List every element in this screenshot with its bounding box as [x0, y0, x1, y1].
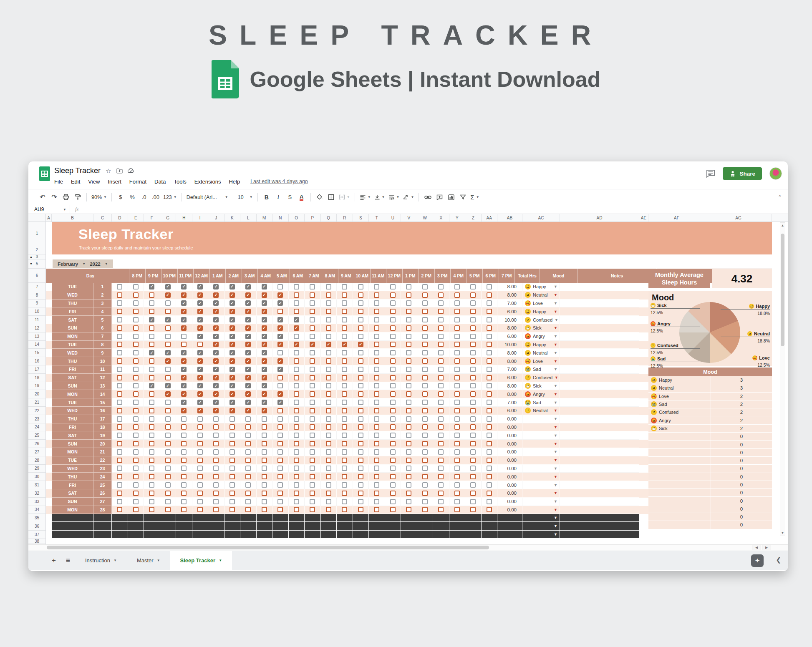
hour-cell-1am[interactable] [192, 349, 209, 357]
hour-cell-8am[interactable] [305, 307, 321, 316]
sleep-checkbox[interactable] [213, 416, 219, 422]
hour-cell-5pm[interactable] [449, 465, 466, 473]
mood-dropdown-cell[interactable]: 🥰Love▼ [522, 357, 560, 365]
column-header-AF[interactable]: AF [648, 214, 705, 222]
hour-cell-5pm[interactable] [449, 415, 466, 423]
sleep-checkbox[interactable] [310, 334, 315, 339]
hour-cell-11pm[interactable] [160, 506, 177, 514]
hour-cell-6pm[interactable] [465, 390, 482, 398]
hour-cell-9am[interactable] [321, 506, 337, 514]
sleep-checkbox[interactable] [374, 400, 379, 405]
mood-dropdown-arrow-icon[interactable]: ▼ [554, 524, 557, 528]
notes-cell[interactable] [560, 431, 639, 440]
column-header-Q[interactable]: Q [321, 214, 337, 222]
hour-cell-8pm[interactable] [112, 473, 128, 481]
hour-cell-2am[interactable] [208, 382, 224, 390]
hour-cell-8pm[interactable] [112, 341, 128, 349]
sleep-checkbox[interactable] [438, 474, 444, 479]
sleep-checkbox[interactable] [487, 433, 492, 438]
sleep-checkbox[interactable] [406, 458, 411, 463]
hour-cell-12pm[interactable] [369, 332, 385, 341]
sleep-checkbox[interactable] [310, 383, 315, 388]
sleep-checkbox-checked[interactable] [197, 358, 203, 364]
sleep-checkbox[interactable] [487, 491, 492, 496]
sleep-checkbox[interactable] [277, 499, 283, 504]
hour-cell-11pm[interactable] [160, 390, 177, 398]
row-header-2[interactable]: 2 [28, 245, 45, 254]
hour-cell-9am[interactable] [321, 307, 337, 316]
hour-cell-10pm[interactable] [144, 357, 160, 365]
row-header-23[interactable]: 23 [28, 415, 45, 423]
sleep-checkbox[interactable] [438, 433, 444, 438]
sleep-checkbox[interactable] [197, 424, 203, 430]
hour-cell-8am[interactable] [305, 349, 321, 357]
notes-cell[interactable] [560, 365, 639, 374]
sleep-checkbox-checked[interactable] [181, 309, 187, 314]
column-header-F[interactable]: F [144, 214, 160, 222]
hour-cell-9am[interactable] [321, 431, 337, 440]
sleep-checkbox[interactable] [165, 325, 171, 331]
hour-cell-11am[interactable] [353, 374, 369, 382]
sleep-checkbox[interactable] [165, 408, 171, 413]
hour-cell-1am[interactable] [192, 456, 209, 465]
sleep-checkbox[interactable] [342, 334, 347, 339]
hour-cell-3am[interactable] [224, 423, 241, 432]
hour-cell-7am[interactable] [289, 398, 305, 407]
sleep-checkbox[interactable] [149, 400, 154, 405]
hour-cell-7am[interactable] [289, 382, 305, 390]
mood-dropdown-cell[interactable]: 😭Sad▼ [522, 398, 560, 407]
hour-cell-2pm[interactable] [401, 473, 417, 481]
hour-cell-4am[interactable] [240, 473, 257, 481]
sleep-checkbox-checked[interactable] [181, 284, 187, 290]
sleep-checkbox[interactable] [358, 408, 363, 413]
sleep-checkbox[interactable] [438, 400, 444, 405]
sleep-checkbox[interactable] [406, 466, 411, 471]
hour-cell-6am[interactable] [272, 456, 289, 465]
hour-cell-1pm[interactable] [385, 456, 401, 465]
sleep-checkbox[interactable] [454, 342, 460, 347]
hour-cell-4pm[interactable] [433, 415, 449, 423]
hour-cell-9am[interactable] [321, 300, 337, 308]
sleep-checkbox[interactable] [117, 482, 122, 488]
italic-button[interactable]: I [273, 192, 284, 203]
sleep-checkbox[interactable] [487, 367, 492, 372]
sleep-checkbox-checked[interactable] [181, 300, 187, 306]
hour-cell-12am[interactable] [176, 431, 192, 440]
sleep-checkbox[interactable] [277, 441, 283, 446]
mood-dropdown-arrow-icon[interactable]: ▼ [554, 359, 557, 363]
hour-cell-1pm[interactable] [385, 324, 401, 332]
sleep-checkbox[interactable] [310, 284, 315, 290]
sleep-checkbox-checked[interactable] [197, 400, 203, 405]
sleep-checkbox[interactable] [342, 433, 347, 438]
sleep-checkbox[interactable] [454, 367, 460, 372]
hour-cell-5am[interactable] [257, 506, 273, 514]
sleep-checkbox[interactable] [326, 334, 331, 339]
year-select[interactable]: 2022 [90, 262, 101, 267]
sleep-checkbox[interactable] [245, 441, 251, 446]
hour-cell-1am[interactable] [192, 357, 209, 365]
sleep-checkbox[interactable] [470, 391, 476, 397]
hour-cell-12pm[interactable] [369, 349, 385, 357]
hour-cell-12pm[interactable] [369, 307, 385, 316]
hour-cell-6pm[interactable] [465, 374, 482, 382]
hour-cell-10pm[interactable] [144, 390, 160, 398]
hour-cell-8am[interactable] [305, 316, 321, 324]
sleep-checkbox[interactable] [406, 474, 411, 479]
sleep-checkbox[interactable] [326, 474, 331, 479]
hour-cell-7pm[interactable] [482, 481, 498, 489]
sleep-checkbox[interactable] [406, 350, 411, 355]
sleep-checkbox-checked[interactable] [213, 325, 219, 331]
hour-cell-2pm[interactable] [401, 506, 417, 514]
sleep-checkbox[interactable] [245, 499, 251, 504]
column-header-H[interactable]: H [176, 214, 192, 222]
hour-cell-4am[interactable] [240, 498, 257, 506]
hour-cell-11pm[interactable] [160, 283, 177, 291]
sleep-checkbox[interactable] [422, 474, 428, 479]
hour-cell-5pm[interactable] [449, 341, 466, 349]
column-header-D[interactable]: D [112, 214, 128, 222]
sleep-checkbox[interactable] [165, 300, 171, 306]
mood-dropdown-cell[interactable]: ▼ [522, 440, 560, 448]
sleep-checkbox[interactable] [294, 300, 299, 306]
sleep-checkbox[interactable] [406, 367, 411, 372]
mood-dropdown-arrow-icon[interactable]: ▼ [554, 408, 557, 413]
